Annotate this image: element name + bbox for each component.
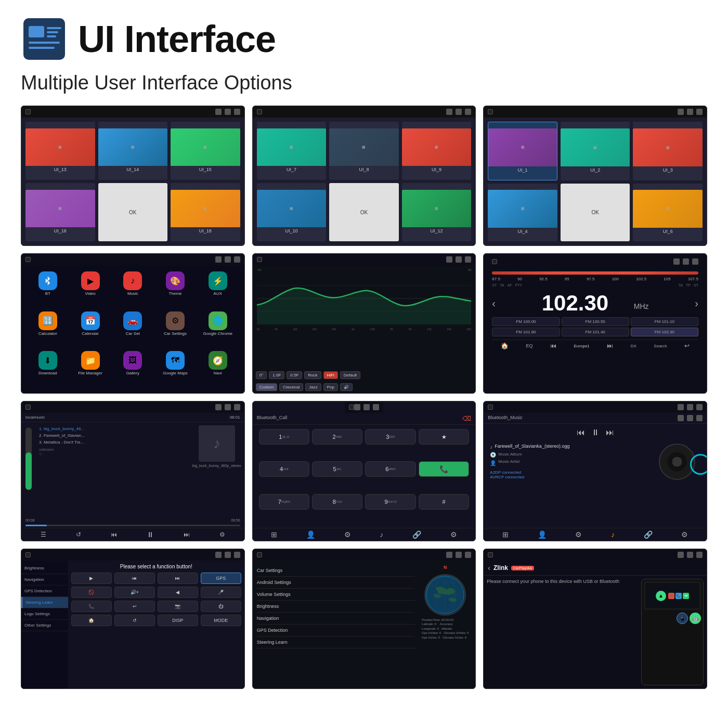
radio-home-btn[interactable]: 🏠 [501, 342, 509, 349]
app-aux[interactable]: ⚡ AUX [199, 271, 237, 307]
zlink-back-btn[interactable]: ‹ [488, 564, 490, 572]
btcall-gear-btn[interactable]: ⚙ [450, 530, 457, 539]
cs-item-brightness[interactable]: Brightness [257, 601, 415, 613]
settings-brightness[interactable]: Brightness [21, 563, 68, 574]
volume-slider[interactable] [25, 427, 32, 490]
ui-thumb-15[interactable]: ▦ UI_15 [171, 122, 240, 180]
app-chrome[interactable]: 🌐 Google Chrome [199, 311, 237, 347]
sb-power[interactable]: ⏻ [201, 601, 241, 612]
app-music[interactable]: ♪ Music [113, 271, 152, 307]
music-prev-btn[interactable]: ⏮ [111, 531, 117, 538]
btmusic-contact-btn[interactable]: 👤 [538, 530, 547, 539]
sb-mute[interactable]: 🚫 [71, 587, 112, 598]
sb-cam[interactable]: 📷 [158, 601, 198, 612]
radio-preset-5[interactable]: FM 101.40 [562, 328, 629, 336]
sb-gps[interactable]: GPS [201, 573, 241, 584]
app-theme[interactable]: 🎨 Theme [156, 271, 194, 307]
ui-thumb-3[interactable]: ▦ UI_3 [633, 122, 703, 180]
bt-music-knob[interactable] [690, 454, 707, 475]
btcall-music-btn[interactable]: ♪ [380, 530, 383, 539]
cs-item-steering[interactable]: Steering Learn [257, 636, 415, 648]
bt-key-9[interactable]: 9 WXYZ [365, 494, 415, 510]
eq-btn-1sf[interactable]: 1.0F [269, 371, 284, 379]
eq-btn-classical[interactable]: Classical [279, 383, 303, 391]
app-carsettings[interactable]: ⚙ Car Settings [156, 311, 194, 347]
radio-preset-3[interactable]: FM 101.10 [631, 317, 698, 326]
ui-thumb-9[interactable]: ▦ UI_9 [402, 122, 472, 180]
sb-play[interactable]: ▶ [71, 573, 112, 584]
ui-thumb-14[interactable]: ▦ UI_14 [98, 122, 168, 180]
sb-return[interactable]: ↩ [114, 601, 155, 612]
music-track-1[interactable]: 1. big_buck_bunny_48... [39, 425, 190, 432]
sb-prev[interactable]: ⏮ [114, 573, 155, 584]
ui-thumb-2[interactable]: ▦ UI_2 [561, 122, 630, 180]
ui-thumb-8[interactable]: ▦ UI_8 [329, 122, 399, 180]
bt-key-4[interactable]: 4 GHI [259, 461, 309, 477]
app-calculator[interactable]: 🔢 Calculator [29, 311, 67, 347]
bt-key-6[interactable]: 6 MNO [365, 461, 415, 477]
bt-call-panel[interactable]: Bluetooth_Call ⌫ 1 QL.D 2 ABC 3 DEF ★ 4 … [252, 401, 476, 541]
eq-btn-0sf[interactable]: 0° [256, 371, 267, 379]
radio-preset-2[interactable]: FM 100.50 [562, 317, 629, 326]
ui-thumb-7[interactable]: ▦ UI_7 [257, 122, 327, 180]
eq-btn-hifi[interactable]: HiFi [323, 371, 338, 379]
radio-preset-6[interactable]: FM 102.30 [631, 328, 698, 336]
zlink-panel[interactable]: ‹ Zlink CarPlay/AA Please connect your p… [483, 549, 707, 689]
btcall-link-btn[interactable]: 🔗 [412, 530, 421, 539]
cs-item-car[interactable]: Car Settings [257, 565, 415, 577]
cs-item-gps[interactable]: GPS Detection [257, 625, 415, 636]
ui-thumb-18[interactable]: ▦ UI_18 [171, 183, 240, 241]
eq-screen-panel[interactable]: -1515 20601002005001K2.5K5K8K [252, 253, 476, 394]
sb-undo[interactable]: ↺ [114, 615, 155, 626]
btcall-settings2-btn[interactable]: ⚙ [344, 530, 351, 539]
radio-preset-4[interactable]: FM 101.80 [492, 328, 560, 336]
app-navi[interactable]: 🧭 Navi [199, 351, 237, 387]
eq-btn-default[interactable]: Default [340, 371, 360, 379]
settings-navigation[interactable]: Navigation [21, 574, 68, 586]
bt-key-hash[interactable]: # [419, 494, 469, 510]
ui-thumb-10[interactable]: ▦ UI_10 [257, 183, 327, 241]
sb-next[interactable]: ⏭ [158, 573, 198, 584]
btcall-grid-btn[interactable]: ⊞ [271, 530, 277, 539]
radio-dx-btn[interactable]: DX [631, 344, 636, 348]
app-bt[interactable]: BT [29, 271, 67, 307]
settings-other[interactable]: Other Settings [21, 620, 68, 631]
app-maps[interactable]: 🗺 Google Maps [156, 351, 194, 387]
app-gallery[interactable]: 🖼 Gallery [113, 351, 152, 387]
app-calendar[interactable]: 📅 Calendar [71, 311, 110, 347]
sb-mode[interactable]: MODE [201, 615, 241, 626]
music-screen-panel[interactable]: localmusic 08:01 1. big_buck_bunny_48...… [21, 401, 245, 541]
car-settings-panel[interactable]: Car Settings Android Settings Volume Set… [252, 549, 476, 689]
btmusic-note-btn[interactable]: ♪ [611, 530, 615, 539]
eq-btn-rock[interactable]: Rock [304, 371, 321, 379]
music-track-2[interactable]: 2. Farewell_of_Slavian... [39, 432, 190, 439]
sb-home[interactable]: 🏠 [71, 615, 112, 626]
bt-key-3[interactable]: 3 DEF [365, 429, 415, 445]
ui-thumb-13[interactable]: ▦ UI_13 [25, 122, 95, 180]
eq-btn-05sf[interactable]: 0.5F [287, 371, 302, 379]
btmusic-grid-btn[interactable]: ⊞ [502, 530, 509, 539]
radio-search-btn[interactable]: Search [654, 344, 667, 348]
music-play-btn[interactable]: ⏸ [147, 530, 154, 539]
ui-selector-panel-1[interactable]: ▦ UI_13 ▦ UI_14 ▦ UI_15 ▦ UI_16 [21, 106, 245, 246]
ui-thumb-ok-3[interactable]: OK [561, 184, 630, 241]
zlink-carplay-icon[interactable]: 📱 [677, 613, 688, 624]
music-eq-btn[interactable]: ⚙ [219, 531, 225, 538]
btmusic-pause-btn[interactable]: ⏸ [591, 428, 600, 437]
app-carset[interactable]: 🚗 Car Set [113, 311, 152, 347]
bt-key-2[interactable]: 2 ABC [312, 429, 362, 445]
bt-key-1[interactable]: 1 QL.D [259, 429, 309, 445]
music-heart[interactable]: ♡ [39, 452, 190, 457]
radio-preset-1[interactable]: FM 100.00 [492, 317, 560, 326]
radio-next-btn[interactable]: › [695, 297, 698, 309]
eq-btn-custom[interactable]: Custom [256, 383, 278, 391]
ui-selector-panel-2[interactable]: ▦ UI_7 ▦ UI_8 ▦ UI_9 ▦ UI_10 [252, 106, 476, 246]
music-progress-bar[interactable] [25, 525, 240, 526]
bt-call-del[interactable]: ⌫ [462, 415, 471, 422]
ui-selector-panel-3[interactable]: ▦ UI_1 ▦ UI_2 ▦ UI_3 ▦ UI_4 [483, 106, 707, 246]
music-track-3[interactable]: 3. Metallica - Don't Tre... [39, 439, 190, 446]
btmusic-next-btn[interactable]: ⏭ [606, 428, 614, 437]
radio-eq-btn[interactable]: EQ [526, 343, 533, 348]
cs-item-android[interactable]: Android Settings [257, 577, 415, 589]
music-next-btn[interactable]: ⏭ [184, 531, 190, 538]
